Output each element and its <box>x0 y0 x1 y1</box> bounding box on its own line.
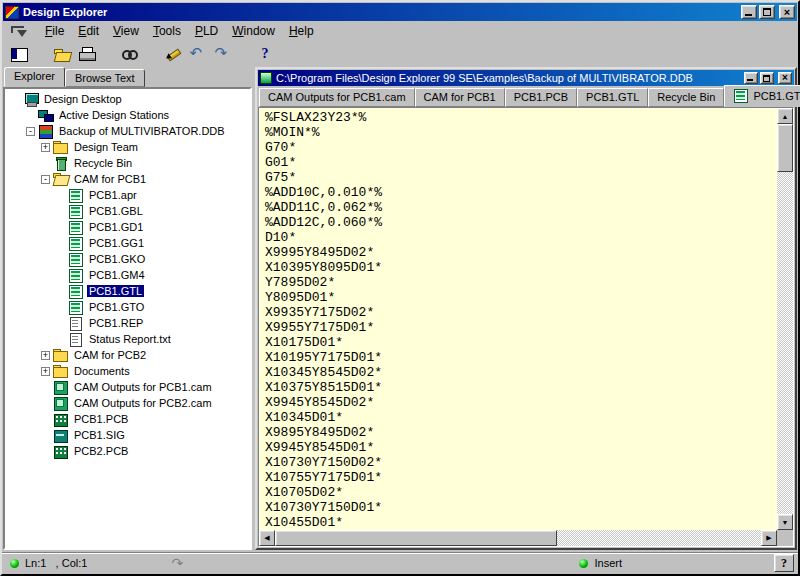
tree-item-pcb2-pcb[interactable]: PCB2.PCB <box>7 443 250 459</box>
gerber-doc-icon <box>68 237 84 250</box>
open-folder-button[interactable] <box>49 43 74 65</box>
doc-tab-pcb1-gtl-active[interactable]: PCB1.GTL <box>724 85 800 107</box>
document-title: C:\Program Files\Design Explorer 99 SE\E… <box>276 72 742 84</box>
tree-item-cam-outputs-for-pcb1-cam[interactable]: CAM Outputs for PCB1.cam <box>7 379 250 395</box>
vscroll-thumb[interactable] <box>777 124 793 172</box>
tree-item-pcb1-rep[interactable]: PCB1.REP <box>7 315 250 331</box>
minimize-button[interactable] <box>741 5 757 19</box>
hscroll-thumb[interactable] <box>275 530 557 546</box>
explorer-tree: Design DesktopActive Design Stations-Bac… <box>3 87 252 550</box>
tree-item-label: PCB1.GD1 <box>87 221 145 233</box>
edit-pencil-icon <box>164 46 182 62</box>
tree-item-pcb1-apr[interactable]: PCB1.apr <box>7 187 250 203</box>
document-title-bar[interactable]: C:\Program Files\Design Explorer 99 SE\E… <box>258 70 794 86</box>
expand-icon[interactable]: + <box>41 367 50 376</box>
doc-tab-label: Recycle Bin <box>657 91 715 103</box>
editor-area: %FSLAX23Y23*% %MOIN*% G70* G01* G75* %AD… <box>258 107 794 547</box>
vscroll-track[interactable] <box>777 124 793 514</box>
print-button[interactable] <box>74 43 99 65</box>
horizontal-scrollbar[interactable]: ◀ ▶ <box>259 530 777 546</box>
edit-pencil-button[interactable] <box>160 43 185 65</box>
doc-maximize-button[interactable] <box>760 72 774 84</box>
menu-item-tools[interactable]: Tools <box>146 22 188 40</box>
collapse-icon[interactable]: - <box>41 175 50 184</box>
scroll-up-icon[interactable]: ▲ <box>777 108 793 124</box>
insert-mode: Insert <box>594 557 622 569</box>
menu-item-edit[interactable]: Edit <box>71 22 106 40</box>
expander-spacer <box>56 291 68 292</box>
doc-tab-cam-for-pcb1[interactable]: CAM for PCB1 <box>415 88 505 107</box>
tree-item-pcb1-gg1[interactable]: PCB1.GG1 <box>7 235 250 251</box>
tree-item-recycle-bin[interactable]: Recycle Bin <box>7 155 250 171</box>
tree-item-pcb1-gd1[interactable]: PCB1.GD1 <box>7 219 250 235</box>
pcb-doc-icon <box>53 413 69 426</box>
scroll-right-icon[interactable]: ▶ <box>761 530 777 546</box>
expand-icon[interactable]: + <box>41 143 50 152</box>
main-area: Explorer Browse Text Design DesktopActiv… <box>2 67 798 552</box>
redo-button[interactable] <box>210 43 235 65</box>
doc-tab-row: CAM Outputs for PCB1.camCAM for PCB1PCB1… <box>258 86 794 107</box>
close-button[interactable]: × <box>779 5 795 19</box>
collapse-icon[interactable]: - <box>26 127 35 136</box>
doc-tab-pcb1-gtl[interactable]: PCB1.GTL <box>577 88 648 107</box>
explorer-panel-button[interactable] <box>6 43 31 65</box>
tree-indent <box>7 371 41 372</box>
tree-item-documents[interactable]: +Documents <box>7 363 250 379</box>
scroll-down-icon[interactable]: ▼ <box>777 514 793 530</box>
tree-indent <box>7 435 41 436</box>
toolbar-group <box>49 43 99 65</box>
expander-spacer <box>41 403 53 404</box>
status-help-button[interactable]: ? <box>774 554 794 572</box>
doc-close-button[interactable]: × <box>778 72 792 84</box>
cam-doc-icon <box>53 381 69 394</box>
undo-button[interactable] <box>185 43 210 65</box>
tree-indent <box>7 211 56 212</box>
doc-tab-pcb1-pcb[interactable]: PCB1.PCB <box>505 88 577 107</box>
doc-tab-recycle-bin[interactable]: Recycle Bin <box>648 88 724 107</box>
tree-item-cam-for-pcb1[interactable]: -CAM for PCB1 <box>7 171 250 187</box>
tree-item-active-design-stations[interactable]: Active Design Stations <box>7 107 250 123</box>
hscroll-track[interactable] <box>275 530 761 546</box>
tree-item-backup-of-multivibrator-ddb[interactable]: -Backup of MULTIVIBRATOR.DDB <box>7 123 250 139</box>
doc-tab-cam-outputs-for-pcb1-cam[interactable]: CAM Outputs for PCB1.cam <box>259 88 415 107</box>
tree-item-pcb1-gtl[interactable]: PCB1.GTL <box>7 283 250 299</box>
tree-item-status-report-txt[interactable]: Status Report.txt <box>7 331 250 347</box>
tree-item-design-desktop[interactable]: Design Desktop <box>7 91 250 107</box>
tree-item-cam-for-pcb2[interactable]: +CAM for PCB2 <box>7 347 250 363</box>
menu-item-help[interactable]: Help <box>282 22 321 40</box>
tree-item-label: Recycle Bin <box>72 157 134 169</box>
undo-icon <box>189 46 207 62</box>
tree-item-design-team[interactable]: +Design Team <box>7 139 250 155</box>
tree-item-pcb1-gko[interactable]: PCB1.GKO <box>7 251 250 267</box>
maximize-button[interactable] <box>759 5 775 19</box>
tree-item-pcb1-pcb[interactable]: PCB1.PCB <box>7 411 250 427</box>
tree-item-pcb1-sig[interactable]: PCB1.SIG <box>7 427 250 443</box>
expand-icon[interactable]: + <box>41 351 50 360</box>
toolbar-group <box>160 43 235 65</box>
menu-item-file[interactable]: File <box>38 22 71 40</box>
tree-item-label: PCB1.GTO <box>87 301 146 313</box>
menu-arrow-icon[interactable] <box>6 23 34 39</box>
report-doc-icon <box>68 317 84 330</box>
tree-item-label: PCB1.GTL <box>87 285 144 297</box>
tab-browse-text[interactable]: Browse Text <box>65 69 145 87</box>
document-icon <box>260 72 272 84</box>
help-button[interactable] <box>253 43 278 65</box>
expander-spacer <box>56 195 68 196</box>
doc-minimize-button[interactable] <box>744 72 758 84</box>
menu-item-window[interactable]: Window <box>225 22 282 40</box>
vertical-scrollbar[interactable]: ▲ ▼ <box>777 108 793 530</box>
title-bar[interactable]: Design Explorer × <box>3 3 797 21</box>
tree-item-cam-outputs-for-pcb2-cam[interactable]: CAM Outputs for PCB2.cam <box>7 395 250 411</box>
scroll-left-icon[interactable]: ◀ <box>259 530 275 546</box>
browse-glasses-button[interactable] <box>117 43 142 65</box>
tree-item-pcb1-gbl[interactable]: PCB1.GBL <box>7 203 250 219</box>
menu-item-view[interactable]: View <box>106 22 146 40</box>
tree-item-pcb1-gto[interactable]: PCB1.GTO <box>7 299 250 315</box>
menu-item-pld[interactable]: PLD <box>188 22 225 40</box>
gerber-text[interactable]: %FSLAX23Y23*% %MOIN*% G70* G01* G75* %AD… <box>259 108 777 530</box>
tree-indent <box>7 195 56 196</box>
cursor-position: Ln:1 , Col:1 <box>25 557 87 569</box>
tree-item-pcb1-gm4[interactable]: PCB1.GM4 <box>7 267 250 283</box>
tab-explorer[interactable]: Explorer <box>4 67 65 87</box>
